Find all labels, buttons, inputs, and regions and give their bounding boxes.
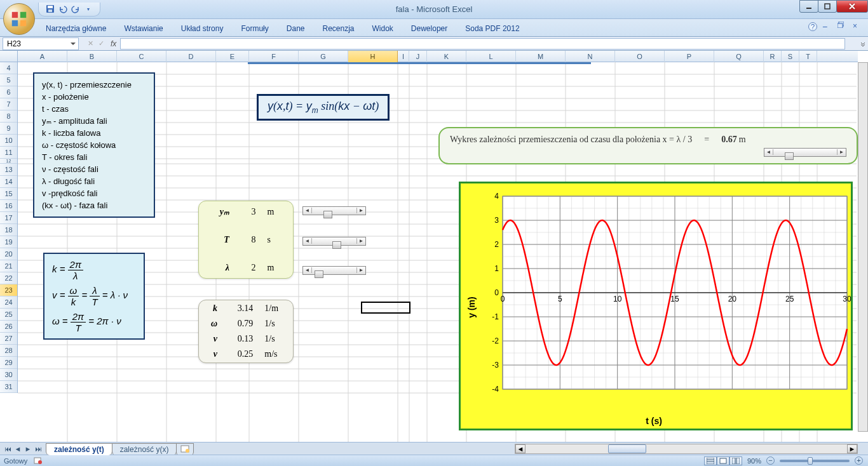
row-header-17[interactable]: 17 [0,212,17,224]
row-header-26[interactable]: 26 [0,321,17,333]
slider-left-icon[interactable]: ◄ [764,149,773,155]
undo-icon[interactable] [58,4,68,14]
column-header-G[interactable]: G [299,51,348,62]
maximize-button[interactable] [818,0,837,13]
slider-left-icon[interactable]: ◄ [303,238,312,244]
zoom-level[interactable]: 90% [747,457,761,465]
cancel-formula-icon[interactable]: ✕ [85,39,96,48]
row-header-15[interactable]: 15 [0,188,17,200]
slider-right-icon[interactable]: ► [356,267,365,273]
row-header-24[interactable]: 24 [0,296,17,309]
column-header-Q[interactable]: Q [714,51,764,62]
row-header-30[interactable]: 30 [0,369,17,381]
row-header-28[interactable]: 28 [0,345,17,357]
row-header-23[interactable]: 23 [0,284,17,296]
view-pagebreak-icon[interactable] [729,456,742,465]
view-layout-icon[interactable] [717,456,729,465]
column-header-C[interactable]: C [117,51,166,62]
sheet-tab-new[interactable] [176,443,194,456]
row-header-14[interactable]: 14 [0,176,17,188]
tab-sodapdf[interactable]: Soda PDF 2012 [456,21,528,36]
scroll-left-icon[interactable]: ◄ [515,444,526,453]
redo-icon[interactable] [71,4,81,14]
tab-formulas[interactable]: Formuły [232,21,277,36]
row-header-6[interactable]: 6 [0,86,17,98]
minimize-button[interactable] [799,0,818,13]
sheet-tab-yx[interactable]: zależność y(x) [112,443,177,455]
row-header-25[interactable]: 25 [0,309,17,321]
row-header-29[interactable]: 29 [0,357,17,369]
column-header-H[interactable]: H [348,51,398,62]
tab-developer[interactable]: Deweloper [402,21,456,36]
ribbon-minimize-icon[interactable]: − [822,22,832,32]
zoom-slider[interactable] [780,460,850,462]
column-header-N[interactable]: N [566,51,615,62]
slider-right-icon[interactable]: ► [837,149,846,155]
row-header-9[interactable]: 9 [0,123,17,135]
qat-dropdown-icon[interactable]: ▾ [83,4,93,14]
save-icon[interactable] [45,4,55,14]
ribbon-close-icon[interactable]: × [853,22,863,32]
chart[interactable]: y (m) 051015202530-4-3-2-101234 t (s) [459,182,853,430]
sheet-tab-yt[interactable]: zależność y(t) [46,443,112,455]
tab-insert[interactable]: Wstawianie [115,21,172,36]
row-header-12[interactable]: 12 [0,159,17,164]
row-header-18[interactable]: 18 [0,224,17,236]
row-header-20[interactable]: 20 [0,248,17,260]
column-header-O[interactable]: O [615,51,665,62]
view-normal-icon[interactable] [704,456,717,465]
row-header-11[interactable]: 11 [0,147,17,159]
row-header-16[interactable]: 16 [0,200,17,212]
position-slider[interactable]: ◄ ► [764,148,846,157]
column-header-B[interactable]: B [67,51,117,62]
column-header-T[interactable]: T [799,51,817,62]
name-box[interactable]: H23 [3,37,79,50]
row-header-13[interactable]: 13 [0,164,17,176]
row-header-4[interactable]: 4 [0,62,17,74]
zoom-out-icon[interactable]: − [766,456,775,465]
column-header-M[interactable]: M [516,51,566,62]
tab-nav-first-icon[interactable]: ⏮ [3,444,13,454]
help-icon[interactable]: ? [808,22,817,31]
column-header-R[interactable]: R [764,51,782,62]
column-header-A[interactable]: A [18,51,67,62]
tab-nav-prev-icon[interactable]: ◄ [13,444,23,454]
column-header-L[interactable]: L [466,51,516,62]
horizontal-scrollbar[interactable]: ◄ ► [515,444,858,454]
row-header-27[interactable]: 27 [0,333,17,345]
lambda-slider[interactable]: ◄► [302,266,366,275]
slider-left-icon[interactable]: ◄ [303,208,312,213]
slider-right-icon[interactable]: ► [356,208,365,213]
tab-layout[interactable]: Układ strony [172,21,233,36]
scroll-right-icon[interactable]: ► [847,444,857,453]
column-header-E[interactable]: E [216,51,249,62]
macro-record-icon[interactable] [34,456,43,466]
zoom-in-icon[interactable]: + [855,456,863,465]
column-header-J[interactable]: J [409,51,427,62]
active-cell[interactable] [361,302,410,314]
column-header-P[interactable]: P [665,51,714,62]
select-all-corner[interactable] [0,51,18,62]
row-header-5[interactable]: 5 [0,74,17,86]
T-slider[interactable]: ◄► [302,237,366,246]
ribbon-restore-icon[interactable] [837,22,848,32]
tab-review[interactable]: Recenzja [313,21,363,36]
tab-nav-next-icon[interactable]: ► [23,444,33,454]
row-header-22[interactable]: 22 [0,272,17,284]
column-header-S[interactable]: S [782,51,799,62]
formula-bar-expand-icon[interactable] [858,41,868,47]
row-header-10[interactable]: 10 [0,135,17,147]
slider-right-icon[interactable]: ► [356,238,365,244]
column-header-K[interactable]: K [427,51,466,62]
column-header-I[interactable]: I [398,51,409,62]
tab-nav-last-icon[interactable]: ⏭ [33,444,43,454]
office-button[interactable] [3,3,35,35]
row-header-31[interactable]: 31 [0,381,17,393]
vertical-scrollbar[interactable] [858,62,868,432]
row-header-8[interactable]: 8 [0,110,17,123]
ym-slider[interactable]: ◄► [302,206,366,215]
row-header-19[interactable]: 19 [0,236,17,248]
column-header-F[interactable]: F [249,51,299,62]
slider-left-icon[interactable]: ◄ [303,267,312,273]
tab-data[interactable]: Dane [278,21,314,36]
